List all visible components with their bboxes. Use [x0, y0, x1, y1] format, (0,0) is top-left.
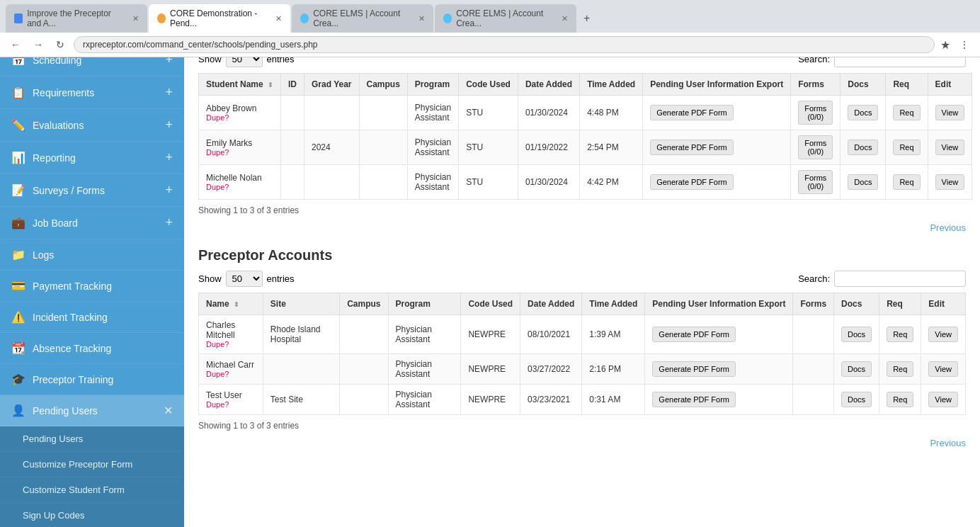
preceptor-generate-pdf-btn[interactable]: Generate PDF Form: [652, 392, 736, 407]
preceptor-search-input[interactable]: [834, 271, 966, 287]
sidebar-item-jobboard[interactable]: 💼 Job Board +: [0, 207, 184, 239]
student-row: Michelle Nolan Dupe? Physician Assistant…: [199, 165, 972, 200]
student-forms-cell: Forms (0/0): [791, 96, 841, 130]
sidebar-item-preceptor-training[interactable]: 🎓 Preceptor Training: [0, 364, 184, 395]
submenu-customize-preceptor[interactable]: Customize Preceptor Form: [0, 452, 184, 477]
preceptor-generate-pdf-btn[interactable]: Generate PDF Form: [652, 361, 736, 377]
menu-icon[interactable]: ⋮: [956, 38, 973, 52]
new-tab-button[interactable]: +: [578, 9, 596, 28]
tab-4-label: CORE ELMS | Account Crea...: [456, 8, 556, 28]
sidebar-item-surveys[interactable]: 📝 Surveys / Forms +: [0, 174, 184, 207]
student-view-btn[interactable]: View: [935, 140, 965, 155]
sidebar-item-requirements[interactable]: 📋 Requirements +: [0, 76, 184, 109]
tab-4[interactable]: CORE ELMS | Account Crea... ✕: [435, 4, 576, 33]
student-req-btn[interactable]: Req: [893, 140, 920, 155]
preceptor-req-btn[interactable]: Req: [887, 392, 913, 407]
forward-button[interactable]: →: [30, 38, 47, 52]
sidebar-item-evaluations[interactable]: ✏️ Evaluations +: [0, 109, 184, 142]
tab-3[interactable]: CORE ELMS | Account Crea... ✕: [292, 4, 433, 33]
student-dupe-link[interactable]: Dupe?: [206, 148, 273, 157]
student-docs-btn[interactable]: Docs: [848, 105, 878, 120]
reload-button[interactable]: ↻: [52, 38, 68, 52]
pre-col-code-used: Code Used: [461, 293, 520, 315]
submenu-customize-student[interactable]: Customize Student Form: [0, 477, 184, 503]
preceptor-dupe-link[interactable]: Dupe?: [206, 370, 256, 378]
main-content: Show 5025100 entries Search: Student Nam…: [184, 44, 980, 527]
back-button[interactable]: ←: [7, 38, 24, 52]
student-generate-pdf-btn[interactable]: Generate PDF Form: [650, 140, 734, 155]
preceptor-row: Test User Dupe? Test Site Physician Assi…: [199, 385, 966, 415]
tab-1[interactable]: Improve the Preceptor and A... ✕: [6, 4, 147, 33]
student-dupe-link[interactable]: Dupe?: [206, 113, 273, 122]
student-forms-btn[interactable]: Forms (0/0): [798, 101, 833, 125]
student-code-cell: STU: [459, 130, 518, 165]
student-dupe-link[interactable]: Dupe?: [206, 183, 273, 191]
pending-users-close-icon[interactable]: ✕: [164, 404, 173, 417]
student-gradyear-cell: [304, 96, 359, 130]
preceptor-dupe-link[interactable]: Dupe?: [206, 340, 256, 348]
submenu-pending-users[interactable]: Pending Users: [0, 426, 184, 452]
preceptor-previous-btn[interactable]: Previous: [930, 438, 966, 448]
col-grad-year: Grad Year: [304, 74, 359, 96]
evaluations-plus-icon[interactable]: +: [165, 118, 173, 132]
student-name: Abbey Brown: [206, 103, 273, 113]
student-docs-btn[interactable]: Docs: [848, 174, 878, 190]
preceptor-req-btn[interactable]: Req: [887, 361, 913, 377]
reporting-plus-icon[interactable]: +: [165, 150, 173, 165]
tab-1-close[interactable]: ✕: [132, 14, 139, 23]
student-docs-btn[interactable]: Docs: [848, 140, 878, 155]
student-view-btn[interactable]: View: [935, 105, 965, 120]
student-view-btn[interactable]: View: [935, 174, 965, 190]
student-forms-btn[interactable]: Forms (0/0): [798, 135, 833, 159]
jobboard-plus-icon[interactable]: +: [165, 215, 173, 230]
tab-4-close[interactable]: ✕: [562, 14, 568, 23]
address-bar: ← → ↻ ★ ⋮: [0, 33, 980, 57]
surveys-plus-icon[interactable]: +: [165, 183, 173, 198]
student-showing: Showing 1 to 3 of 3 entries: [198, 205, 966, 215]
preceptor-entries-select[interactable]: 5025100: [226, 271, 263, 287]
bookmark-icon[interactable]: ★: [940, 38, 950, 52]
student-generate-pdf-btn[interactable]: Generate PDF Form: [650, 105, 734, 120]
tab-2-close[interactable]: ✕: [275, 14, 282, 23]
student-timeadded-cell: 4:48 PM: [580, 96, 643, 130]
preceptor-req-cell: Req: [879, 315, 921, 354]
student-generate-pdf-btn[interactable]: Generate PDF Form: [650, 174, 734, 190]
preceptor-generate-pdf-btn[interactable]: Generate PDF Form: [652, 327, 736, 342]
preceptor-req-btn[interactable]: Req: [887, 327, 913, 342]
preceptor-docs-cell: Docs: [834, 315, 879, 354]
student-req-cell: Req: [886, 165, 928, 200]
sidebar-item-payment[interactable]: 💳 Payment Tracking: [0, 271, 184, 302]
col-forms: Forms: [791, 74, 841, 96]
sidebar-item-pending-users[interactable]: 👤 Pending Users ✕: [0, 395, 184, 426]
student-name-cell: Michelle Nolan Dupe?: [199, 165, 281, 200]
preceptor-docs-btn[interactable]: Docs: [841, 392, 872, 407]
student-req-btn[interactable]: Req: [893, 174, 920, 190]
requirements-plus-icon[interactable]: +: [165, 85, 173, 100]
preceptor-view-btn[interactable]: View: [928, 392, 958, 407]
preceptor-view-btn[interactable]: View: [928, 361, 958, 377]
sidebar-item-incident[interactable]: ⚠️ Incident Tracking: [0, 302, 184, 333]
sidebar-item-reporting[interactable]: 📊 Reporting +: [0, 142, 184, 174]
preceptor-view-btn[interactable]: View: [928, 327, 958, 342]
student-gradyear-cell: 2024: [304, 130, 359, 165]
preceptor-docs-btn[interactable]: Docs: [841, 327, 872, 342]
tab-3-close[interactable]: ✕: [418, 14, 425, 23]
student-forms-btn[interactable]: Forms (0/0): [798, 170, 833, 194]
sidebar-item-logs[interactable]: 📁 Logs: [0, 239, 184, 271]
submenu-signup-codes[interactable]: Sign Up Codes: [0, 503, 184, 527]
browser-chrome: Improve the Preceptor and A... ✕ CORE De…: [0, 0, 980, 57]
tab-2[interactable]: CORE Demonstration - Pend... ✕: [149, 4, 290, 33]
sidebar-item-absence[interactable]: 📆 Absence Tracking: [0, 333, 184, 364]
preceptor-table: Name ⇕ Site Campus Program Code Used Dat…: [198, 293, 966, 415]
address-input[interactable]: [74, 36, 935, 53]
preceptor-training-icon: 🎓: [11, 373, 25, 386]
preceptor-dateadded-cell: 03/27/2022: [520, 354, 582, 385]
preceptor-dupe-link[interactable]: Dupe?: [206, 400, 256, 409]
preceptor-forms-cell: [793, 354, 834, 385]
preceptor-timeadded-cell: 0:31 AM: [582, 385, 645, 415]
tab-1-label: Improve the Preceptor and A...: [27, 8, 127, 28]
col-edit: Edit: [928, 74, 972, 96]
student-previous-btn[interactable]: Previous: [930, 222, 966, 233]
preceptor-docs-btn[interactable]: Docs: [841, 361, 872, 377]
student-req-btn[interactable]: Req: [893, 105, 920, 120]
